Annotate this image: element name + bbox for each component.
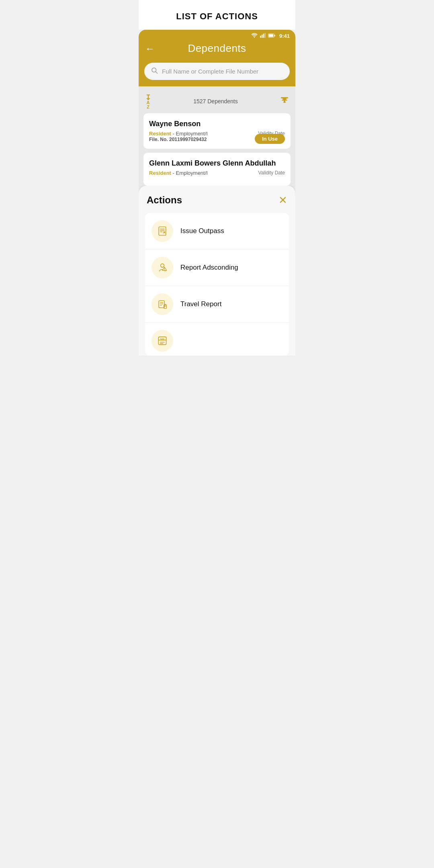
resident-label: Resident (149, 170, 171, 176)
bottom-sheet: Actions ✕ Issue Outpass (139, 186, 295, 356)
svg-point-16 (164, 270, 165, 270)
search-bar[interactable]: Full Name or Complete File Number (144, 63, 290, 80)
dependent-name: Wayne Benson (149, 120, 285, 128)
dependent-card[interactable]: Glenn Laxmi Bowers Glenn Abdullah Reside… (143, 153, 291, 186)
action-item-travel-report[interactable]: Travel Report (145, 286, 289, 323)
battery-icon (268, 33, 275, 39)
page-title: LIST OF ACTIONS (145, 11, 289, 22)
dependent-name: Glenn Laxmi Bowers Glenn Abdullah (149, 159, 285, 168)
more-icon: $$$ (157, 335, 168, 346)
issue-outpass-icon-circle (151, 220, 173, 242)
in-use-badge: In Use (255, 134, 285, 144)
resident-label: Resident (149, 131, 171, 137)
dep-details-row: Resident - Employment/I Validity Date (149, 170, 285, 176)
svg-point-14 (161, 264, 164, 267)
more-icon-circle: $$$ (151, 330, 173, 352)
svg-line-8 (156, 72, 157, 73)
list-area: ↧ AZ 1527 Dependents Wayne Benson Reside… (139, 86, 295, 186)
close-button[interactable]: ✕ (278, 195, 287, 205)
svg-rect-2 (263, 34, 264, 38)
status-bar: 9:41 (139, 30, 295, 41)
action-item-report-absconding[interactable]: Report Adsconding (145, 250, 289, 286)
sheet-title: Actions (147, 194, 182, 206)
back-button[interactable]: ← (145, 43, 155, 54)
svg-text:$$$: $$$ (160, 338, 165, 340)
file-number: File. No. 20119997029432 (149, 137, 208, 142)
report-absconding-icon-circle (151, 257, 173, 278)
app-header: ← Dependents (139, 41, 295, 63)
svg-rect-5 (269, 34, 273, 37)
action-item-more[interactable]: $$$ (145, 323, 289, 356)
travel-report-icon-circle (151, 293, 173, 315)
dep-type: Resident - Employment/I (149, 170, 208, 176)
sort-icon[interactable]: ↧ AZ (145, 93, 151, 109)
svg-rect-0 (260, 36, 261, 38)
svg-rect-1 (262, 35, 263, 38)
search-placeholder: Full Name or Complete File Number (162, 68, 258, 75)
status-time: 9:41 (279, 33, 290, 39)
absconding-icon (157, 262, 168, 273)
svg-rect-3 (265, 33, 266, 38)
dep-type: Resident - Employment/I (149, 131, 208, 137)
sheet-header: Actions ✕ (145, 194, 289, 206)
list-controls: ↧ AZ 1527 Dependents (143, 90, 291, 113)
search-icon (151, 67, 158, 76)
screen-title: Dependents (159, 42, 289, 55)
list-count: 1527 Dependents (193, 98, 238, 104)
actions-list: Issue Outpass Report Adsconding (145, 213, 289, 356)
dependent-card[interactable]: Wayne Benson Resident - Employment/I Fil… (143, 113, 291, 149)
app-screen: 9:41 ← Dependents Full Name or Complete … (139, 30, 295, 186)
wifi-icon (251, 33, 258, 39)
action-label-issue-outpass: Issue Outpass (180, 227, 224, 235)
page-title-section: LIST OF ACTIONS (139, 0, 295, 30)
validity-section: Validity Date (258, 170, 285, 176)
action-label-report-absconding: Report Adsconding (180, 264, 238, 272)
search-container: Full Name or Complete File Number (139, 63, 295, 86)
svg-rect-10 (159, 227, 166, 235)
action-label-travel-report: Travel Report (180, 300, 221, 308)
validity-label: Validity Date (258, 170, 285, 176)
signal-icon (260, 33, 266, 39)
outpass-icon (157, 225, 168, 237)
travel-icon (157, 299, 168, 310)
svg-rect-6 (274, 35, 275, 36)
action-item-issue-outpass[interactable]: Issue Outpass (145, 213, 289, 250)
filter-icon[interactable] (280, 96, 289, 106)
